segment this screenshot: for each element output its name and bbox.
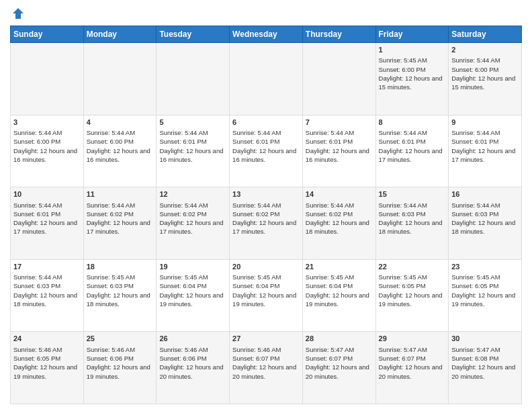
day-info: Daylight: 12 hours and 17 minutes. [379, 146, 446, 165]
day-info: Sunrise: 5:44 AM [232, 128, 300, 137]
day-info: Daylight: 12 hours and 18 minutes. [306, 218, 373, 236]
svg-marker-0 [13, 8, 24, 19]
day-info: Sunset: 6:02 PM [87, 210, 154, 218]
calendar-cell: 11Sunrise: 5:44 AMSunset: 6:02 PMDayligh… [83, 187, 157, 260]
day-number: 6 [232, 118, 300, 128]
day-info: Sunrise: 5:44 AM [451, 201, 519, 210]
day-info: Sunset: 6:02 PM [306, 210, 373, 218]
day-info: Sunrise: 5:44 AM [451, 128, 519, 137]
day-info: Sunset: 6:04 PM [232, 281, 300, 290]
calendar-cell: 1Sunrise: 5:45 AMSunset: 6:00 PMDaylight… [375, 43, 449, 116]
day-info: Sunrise: 5:44 AM [451, 56, 519, 64]
day-info: Sunset: 6:01 PM [13, 210, 81, 218]
weekday-header-monday: Monday [83, 26, 157, 43]
calendar-cell [83, 43, 157, 116]
day-number: 27 [232, 334, 300, 344]
day-info: Daylight: 12 hours and 20 minutes. [379, 363, 446, 381]
logo-icon [11, 7, 25, 20]
day-info: Daylight: 12 hours and 19 minutes. [379, 291, 446, 309]
calendar-cell: 26Sunrise: 5:46 AMSunset: 6:06 PMDayligh… [157, 332, 230, 404]
day-info: Sunset: 6:07 PM [232, 354, 300, 363]
day-info: Daylight: 12 hours and 19 minutes. [13, 363, 81, 381]
calendar-cell: 7Sunrise: 5:44 AMSunset: 6:01 PMDaylight… [302, 115, 375, 187]
day-number: 14 [306, 189, 373, 199]
day-info: Sunrise: 5:46 AM [87, 345, 154, 354]
calendar-cell: 29Sunrise: 5:47 AMSunset: 6:07 PMDayligh… [375, 332, 449, 404]
day-info: Sunset: 6:05 PM [451, 281, 519, 290]
calendar-cell: 13Sunrise: 5:44 AMSunset: 6:02 PMDayligh… [230, 187, 303, 260]
day-info: Daylight: 12 hours and 15 minutes. [379, 74, 446, 92]
day-number: 28 [306, 334, 373, 344]
day-info: Daylight: 12 hours and 17 minutes. [87, 218, 154, 236]
calendar-cell: 10Sunrise: 5:44 AMSunset: 6:01 PMDayligh… [11, 187, 84, 260]
calendar-cell: 8Sunrise: 5:44 AMSunset: 6:01 PMDaylight… [375, 115, 449, 187]
day-number: 21 [306, 262, 373, 272]
day-number: 10 [13, 189, 81, 199]
day-info: Sunrise: 5:44 AM [306, 128, 373, 137]
day-info: Sunrise: 5:45 AM [159, 273, 226, 281]
day-info: Sunset: 6:01 PM [451, 137, 519, 146]
day-info: Sunset: 6:00 PM [451, 65, 519, 74]
calendar-week-2: 3Sunrise: 5:44 AMSunset: 6:00 PMDaylight… [11, 115, 522, 187]
day-info: Sunset: 6:08 PM [451, 354, 519, 363]
day-number: 16 [451, 189, 519, 199]
day-info: Daylight: 12 hours and 19 minutes. [87, 363, 154, 381]
day-info: Sunrise: 5:44 AM [232, 201, 300, 210]
day-info: Sunrise: 5:45 AM [87, 273, 154, 281]
calendar-cell: 24Sunrise: 5:46 AMSunset: 6:05 PMDayligh… [11, 332, 84, 404]
day-info: Sunrise: 5:44 AM [87, 201, 154, 210]
day-number: 12 [159, 189, 226, 199]
calendar-cell: 23Sunrise: 5:45 AMSunset: 6:05 PMDayligh… [449, 259, 522, 332]
day-number: 17 [13, 262, 81, 272]
day-info: Sunrise: 5:45 AM [379, 56, 446, 64]
day-info: Sunrise: 5:44 AM [13, 273, 81, 281]
day-info: Sunrise: 5:47 AM [451, 345, 519, 354]
calendar-cell: 4Sunrise: 5:44 AMSunset: 6:00 PMDaylight… [83, 115, 157, 187]
day-info: Sunset: 6:05 PM [379, 281, 446, 290]
day-number: 19 [159, 262, 226, 272]
day-info: Sunrise: 5:44 AM [306, 201, 373, 210]
day-info: Sunset: 6:03 PM [13, 281, 81, 290]
calendar-cell: 25Sunrise: 5:46 AMSunset: 6:06 PMDayligh… [83, 332, 157, 404]
calendar-cell: 22Sunrise: 5:45 AMSunset: 6:05 PMDayligh… [375, 259, 449, 332]
day-number: 2 [451, 45, 519, 55]
day-number: 29 [379, 334, 446, 344]
calendar-cell: 3Sunrise: 5:44 AMSunset: 6:00 PMDaylight… [11, 115, 84, 187]
header [10, 7, 522, 20]
day-info: Sunrise: 5:44 AM [13, 128, 81, 137]
day-info: Daylight: 12 hours and 20 minutes. [306, 363, 373, 381]
day-info: Sunrise: 5:47 AM [379, 345, 446, 354]
calendar-cell [11, 43, 84, 116]
day-info: Sunrise: 5:46 AM [13, 345, 81, 354]
weekday-header-wednesday: Wednesday [230, 26, 303, 43]
day-info: Sunrise: 5:45 AM [306, 273, 373, 281]
calendar-cell: 19Sunrise: 5:45 AMSunset: 6:04 PMDayligh… [157, 259, 230, 332]
calendar-cell: 17Sunrise: 5:44 AMSunset: 6:03 PMDayligh… [11, 259, 84, 332]
day-info: Sunrise: 5:45 AM [451, 273, 519, 281]
calendar-cell: 30Sunrise: 5:47 AMSunset: 6:08 PMDayligh… [449, 332, 522, 404]
day-info: Daylight: 12 hours and 20 minutes. [232, 363, 300, 381]
day-info: Daylight: 12 hours and 19 minutes. [159, 291, 226, 309]
calendar-cell: 12Sunrise: 5:44 AMSunset: 6:02 PMDayligh… [157, 187, 230, 260]
calendar-week-5: 24Sunrise: 5:46 AMSunset: 6:05 PMDayligh… [11, 332, 522, 404]
day-info: Sunrise: 5:44 AM [87, 128, 154, 137]
day-info: Daylight: 12 hours and 16 minutes. [232, 146, 300, 165]
day-number: 22 [379, 262, 446, 272]
day-info: Daylight: 12 hours and 19 minutes. [232, 291, 300, 309]
day-number: 13 [232, 189, 300, 199]
day-info: Daylight: 12 hours and 19 minutes. [451, 291, 519, 309]
day-info: Sunrise: 5:46 AM [232, 345, 300, 354]
day-info: Sunrise: 5:44 AM [379, 201, 446, 210]
day-info: Daylight: 12 hours and 18 minutes. [451, 218, 519, 236]
calendar-cell: 2Sunrise: 5:44 AMSunset: 6:00 PMDaylight… [449, 43, 522, 116]
day-number: 24 [13, 334, 81, 344]
calendar-cell [157, 43, 230, 116]
weekday-header-thursday: Thursday [302, 26, 375, 43]
day-number: 20 [232, 262, 300, 272]
day-info: Daylight: 12 hours and 17 minutes. [13, 218, 81, 236]
calendar-week-4: 17Sunrise: 5:44 AMSunset: 6:03 PMDayligh… [11, 259, 522, 332]
weekday-header-tuesday: Tuesday [157, 26, 230, 43]
weekday-header-row: SundayMondayTuesdayWednesdayThursdayFrid… [11, 26, 522, 43]
day-info: Daylight: 12 hours and 18 minutes. [379, 218, 446, 236]
day-info: Sunrise: 5:47 AM [306, 345, 373, 354]
